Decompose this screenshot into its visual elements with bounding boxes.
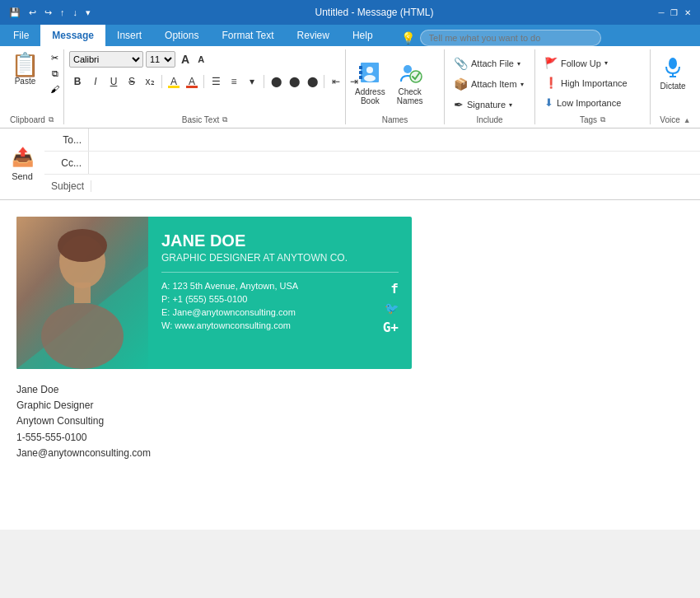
ribbon-collapse-icon[interactable]: ▲ <box>684 116 691 124</box>
tab-file[interactable]: File <box>2 25 40 46</box>
paste-button[interactable]: 📋 Paste <box>5 51 45 88</box>
up-button[interactable]: ↑ <box>58 6 68 19</box>
check-names-button[interactable]: CheckNames <box>393 57 427 108</box>
copy-button[interactable]: ⧉ <box>47 67 63 81</box>
send-label: Send <box>12 171 33 181</box>
align-center-button[interactable]: ⬤ <box>286 73 302 90</box>
tab-message[interactable]: Message <box>40 25 105 46</box>
email-body: JANE DOE GRAPHIC DESIGNER AT ANYTOWN CO.… <box>0 200 700 530</box>
down-button[interactable]: ↓ <box>71 6 81 19</box>
high-importance-button[interactable]: ❗ High Importance <box>540 74 645 91</box>
plain-title: Graphic Designer <box>16 398 684 413</box>
cc-input[interactable] <box>89 152 700 174</box>
signature-address: A: 123 5th Avenue, Anytown, USA <box>161 281 298 291</box>
facebook-icon[interactable]: f <box>390 281 399 297</box>
save-button[interactable]: 💾 <box>7 6 23 20</box>
undo-button[interactable]: ↩ <box>26 6 39 20</box>
tab-format-text[interactable]: Format Text <box>210 25 285 46</box>
voice-group: Dictate Voice ▲ <box>651 49 700 124</box>
strikethrough-button[interactable]: S <box>124 73 140 90</box>
font-color-button[interactable]: A <box>184 73 200 90</box>
ribbon: File Message Insert Options Format Text … <box>0 25 700 46</box>
plain-company: Anytown Consulting <box>16 413 684 429</box>
decrease-font-button[interactable]: A <box>194 51 208 68</box>
include-group: 📎 Attach File ▾ 📦 Attach Item ▾ ✒ Signat… <box>445 49 535 124</box>
twitter-icon[interactable]: 🐦 <box>385 301 399 315</box>
signature-dropdown-icon: ▾ <box>509 101 512 109</box>
cc-button[interactable]: Cc... <box>44 152 89 174</box>
decrease-indent-button[interactable]: ⇤ <box>328 73 344 90</box>
address-book-button[interactable]: AddressBook <box>351 57 390 108</box>
email-rows: To... Cc... Subject <box>44 128 700 199</box>
subject-input[interactable] <box>91 175 700 198</box>
minimize-button[interactable]: ─ <box>656 7 667 18</box>
low-importance-button[interactable]: ⬇ Low Importance <box>540 94 645 111</box>
svg-rect-2 <box>359 71 362 74</box>
subject-row: Subject <box>44 175 700 198</box>
font-row: Calibri Arial Times New Roman 11 12 14 A… <box>69 51 340 68</box>
plain-name: Jane Doe <box>16 382 684 398</box>
google-plus-icon[interactable]: G+ <box>383 320 399 335</box>
font-family-select[interactable]: Calibri Arial Times New Roman <box>69 51 143 68</box>
tags-group: 🚩 Follow Up ▾ ❗ High Importance ⬇ Low Im… <box>535 49 651 124</box>
svg-rect-17 <box>74 283 91 303</box>
basic-text-expand-icon[interactable]: ⧉ <box>222 115 227 124</box>
address-book-icon <box>357 59 383 86</box>
follow-up-label: Follow Up <box>561 58 601 68</box>
to-input[interactable] <box>89 128 700 151</box>
svg-point-4 <box>366 67 373 73</box>
attach-item-label: Attach Item <box>471 79 517 89</box>
names-content: AddressBook CheckNames <box>351 49 439 114</box>
tab-insert[interactable]: Insert <box>105 25 153 46</box>
restore-button[interactable]: ❐ <box>669 7 680 18</box>
clipboard-group: 📋 Paste ✂ ⧉ 🖌 Clipboard ⧉ <box>0 49 64 124</box>
close-button[interactable]: ✕ <box>682 7 693 18</box>
list-dropdown-button[interactable]: ▾ <box>244 73 260 90</box>
bullet-list-button[interactable]: ☰ <box>208 73 224 90</box>
align-left-button[interactable]: ⬤ <box>268 73 284 90</box>
format-painter-button[interactable]: 🖌 <box>47 82 63 96</box>
subscript-button[interactable]: x₂ <box>142 73 158 90</box>
signature-label: Signature <box>467 100 506 110</box>
search-input[interactable] <box>420 30 601 46</box>
voice-content: Dictate <box>656 49 695 114</box>
tab-help[interactable]: Help <box>341 25 385 46</box>
plain-email: Jane@anytownconsulting.com <box>16 446 684 461</box>
dropdown-button[interactable]: ▾ <box>83 6 93 20</box>
increase-font-button[interactable]: A <box>178 51 193 68</box>
signature-button[interactable]: ✒ Signature ▾ <box>450 96 530 114</box>
tab-options[interactable]: Options <box>153 25 210 46</box>
paste-label: Paste <box>15 77 36 86</box>
bold-button[interactable]: B <box>69 73 86 90</box>
highlight-button[interactable]: A <box>166 73 182 90</box>
svg-point-6 <box>404 65 412 73</box>
attach-item-button[interactable]: 📦 Attach Item ▾ <box>450 75 530 93</box>
align-right-button[interactable]: ⬤ <box>304 73 320 90</box>
send-button[interactable]: 📤 Send <box>0 128 44 199</box>
attach-file-button[interactable]: 📎 Attach File ▾ <box>450 54 530 72</box>
svg-point-16 <box>41 303 124 369</box>
attach-file-label: Attach File <box>471 58 514 68</box>
clipboard-expand-icon[interactable]: ⧉ <box>49 115 54 124</box>
to-button[interactable]: To... <box>44 128 89 151</box>
font-size-select[interactable]: 11 12 14 <box>146 51 175 68</box>
redo-button[interactable]: ↪ <box>42 6 54 20</box>
attach-item-icon: 📦 <box>454 77 468 91</box>
italic-button[interactable]: I <box>87 73 104 90</box>
address-book-label: AddressBook <box>355 87 385 105</box>
underline-button[interactable]: U <box>105 73 122 90</box>
dictate-button[interactable]: Dictate <box>656 51 690 93</box>
ribbon-content: 📋 Paste ✂ ⧉ 🖌 Clipboard ⧉ Calibri Arial … <box>0 46 700 128</box>
plain-phone: 1-555-555-0100 <box>16 430 684 446</box>
signature-job-title: GRAPHIC DESIGNER AT ANYTOWN CO. <box>161 252 399 264</box>
to-row: To... <box>44 128 700 152</box>
numbered-list-button[interactable]: ≡ <box>226 73 242 90</box>
svg-point-9 <box>669 58 677 69</box>
clipboard-content: 📋 Paste ✂ ⧉ 🖌 <box>5 49 58 114</box>
signature-icon: ✒ <box>454 98 464 111</box>
tags-expand-icon[interactable]: ⧉ <box>600 115 605 124</box>
dictate-label: Dictate <box>660 82 685 91</box>
cut-button[interactable]: ✂ <box>47 51 63 65</box>
tab-review[interactable]: Review <box>286 25 341 46</box>
follow-up-button[interactable]: 🚩 Follow Up ▾ <box>540 54 645 72</box>
